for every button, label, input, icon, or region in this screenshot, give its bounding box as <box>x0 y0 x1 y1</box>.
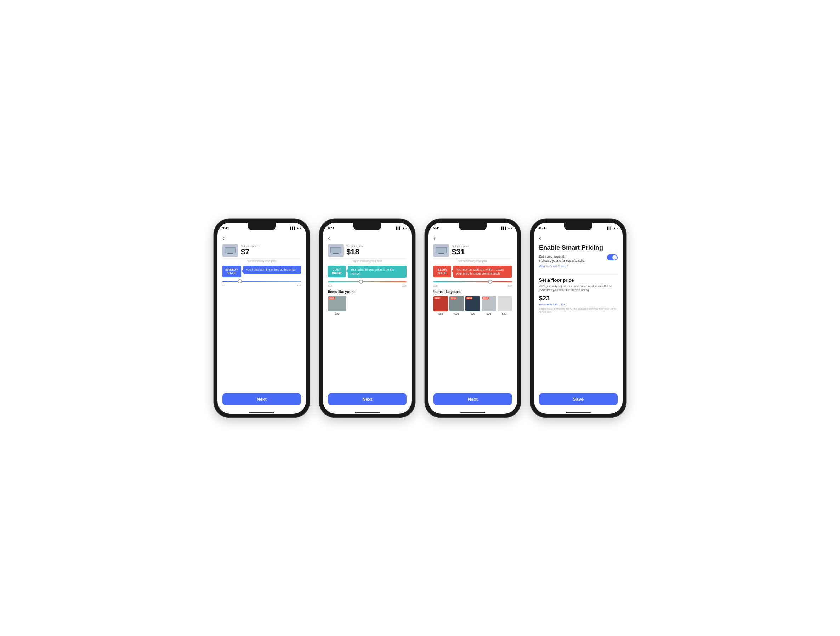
list-item: SOLD $28 <box>465 296 480 315</box>
price-value-3: $31 <box>452 248 512 256</box>
item-image: SOLD <box>328 296 346 312</box>
sold-badge: SOLD <box>466 297 472 299</box>
battery-icon-3: ▪ <box>512 227 512 229</box>
slider-area-2[interactable]: $13 $25 <box>328 281 407 287</box>
back-button-3[interactable]: ‹ <box>433 234 512 242</box>
home-indicator-2 <box>355 412 380 413</box>
phone-3-screen: 9:41 ▌▌▌ ▲ ▪ ‹ <box>428 223 517 414</box>
smart-pricing-link[interactable]: What is Smart Pricing? <box>539 265 617 268</box>
sold-badge: SOLD <box>482 297 489 299</box>
status-time-1: 9:41 <box>223 226 229 230</box>
smart-pricing-toggle[interactable] <box>607 255 617 260</box>
slider-track-2[interactable] <box>328 281 407 282</box>
notch-3 <box>459 223 487 230</box>
wifi-icon-4: ▲ <box>613 227 616 229</box>
signal-icon-1: ▌▌▌ <box>291 227 296 229</box>
tap-manual-2[interactable]: Tap to manually input price <box>328 258 407 262</box>
svg-rect-2 <box>225 248 235 253</box>
next-button-2[interactable]: Next <box>328 393 407 405</box>
list-item: SOLD $35 <box>449 296 464 315</box>
sold-badge: SOLD <box>450 297 456 299</box>
slider-track-3[interactable] <box>433 281 512 282</box>
phone-2-screen: 9:41 ▌▌▌ ▲ ▪ ‹ <box>323 223 412 414</box>
page-title: Enable Smart Pricing <box>539 244 617 252</box>
phones-container: 9:41 ▌▌▌ ▲ ▪ ‹ <box>214 219 626 418</box>
item-image: SOLD <box>482 296 496 312</box>
back-button-4[interactable]: ‹ <box>539 234 617 242</box>
toggle-text-line1: Set it and forget it. <box>539 255 605 259</box>
tap-manual-3[interactable]: Tap to manually input price <box>433 258 512 262</box>
slider-labels-2: $13 $25 <box>328 285 407 287</box>
next-button-3[interactable]: Next <box>433 393 512 405</box>
slider-labels-1: $1 $13 <box>223 284 301 286</box>
item-price: $35 <box>433 312 448 315</box>
screen-content-4: ‹ Enable Smart Pricing Set it and forget… <box>534 233 622 410</box>
status-icons-1: ▌▌▌ ▲ ▪ <box>291 227 301 229</box>
slider-track-1[interactable] <box>223 281 301 282</box>
home-indicator-4 <box>566 412 591 413</box>
item-image: SOLD <box>465 296 480 312</box>
notch-1 <box>248 223 276 230</box>
recommended-label: Recommended : $23 <box>539 303 617 306</box>
home-indicator-3 <box>460 412 485 413</box>
list-item: $3… <box>497 296 512 315</box>
wifi-icon-2: ▲ <box>402 227 405 229</box>
floor-price-note: Selling fee and shipping fee will be ded… <box>539 307 617 313</box>
next-button-1[interactable]: Next <box>223 393 301 405</box>
save-button-4[interactable]: Save <box>539 393 617 405</box>
toggle-text-line2: Increase your chances of a sale. <box>539 259 605 263</box>
svg-rect-1 <box>227 253 233 254</box>
slider-thumb-2[interactable] <box>359 280 363 284</box>
items-title-3: Items like yours <box>433 290 512 294</box>
back-button-2[interactable]: ‹ <box>328 234 407 242</box>
signal-icon-4: ▌▌▌ <box>607 227 612 229</box>
slider-labels-3: $25 $37 <box>433 285 512 287</box>
list-item: SOLD $30 <box>482 296 496 315</box>
slider-area-3[interactable]: $25 $37 <box>433 281 512 287</box>
item-price: $35 <box>449 312 464 315</box>
phone-4-screen: 9:41 ▌▌▌ ▲ ▪ ‹ Enable Smart Pricing Set … <box>534 223 622 414</box>
slider-thumb-1[interactable] <box>238 279 242 283</box>
back-button-1[interactable]: ‹ <box>223 234 301 242</box>
status-bar-4: 9:41 ▌▌▌ ▲ ▪ <box>534 223 622 233</box>
item-price: $28 <box>465 312 480 315</box>
price-header-2: Set your price $18 <box>328 244 407 257</box>
phone-4: 9:41 ▌▌▌ ▲ ▪ ‹ Enable Smart Pricing Set … <box>531 219 626 418</box>
status-icons-3: ▌▌▌ ▲ ▪ <box>501 227 512 229</box>
phone-1: 9:41 ▌▌▌ ▲ ▪ ‹ <box>214 219 309 418</box>
items-grid-2: SOLD $20 <box>328 296 407 315</box>
status-bar-1: 9:41 ▌▌▌ ▲ ▪ <box>218 223 306 233</box>
toggle-description: Set it and forget it. Increase your chan… <box>539 255 605 263</box>
price-header-3: Set your price $31 <box>433 244 512 257</box>
sale-row-3: SLOW SALE You may be waiting a while... … <box>433 266 512 278</box>
product-thumbnail-1 <box>223 244 238 257</box>
slider-area-1[interactable]: $1 $13 <box>223 281 301 286</box>
phone-1-screen: 9:41 ▌▌▌ ▲ ▪ ‹ <box>218 223 306 414</box>
status-icons-4: ▌▌▌ ▲ ▪ <box>607 227 617 229</box>
price-label-1: Set your price <box>241 244 301 248</box>
price-info-3: Set your price $31 <box>452 244 512 256</box>
svg-rect-5 <box>331 248 341 253</box>
status-time-4: 9:41 <box>539 226 545 230</box>
phone-2: 9:41 ▌▌▌ ▲ ▪ ‹ <box>319 219 415 418</box>
tap-manual-1[interactable]: Tap to manually input price <box>223 258 301 262</box>
svg-rect-4 <box>333 253 339 254</box>
price-info-1: Set your price $7 <box>241 244 301 256</box>
screen-content-1: ‹ Set your price $7 Tap to manually <box>218 233 306 410</box>
list-item: SOLD $20 <box>328 296 346 315</box>
wifi-icon-3: ▲ <box>508 227 510 229</box>
signal-icon-3: ▌▌▌ <box>501 227 507 229</box>
items-grid-3: SOLD $35 SOLD $35 <box>433 296 512 315</box>
battery-icon-1: ▪ <box>300 227 301 229</box>
svg-rect-7 <box>438 253 444 254</box>
slider-thumb-3[interactable] <box>488 280 492 284</box>
wifi-icon-1: ▲ <box>297 227 299 229</box>
sold-badge: SOLD <box>434 297 441 299</box>
status-bar-3: 9:41 ▌▌▌ ▲ ▪ <box>428 223 517 233</box>
item-price: $20 <box>328 312 346 315</box>
status-bar-2: 9:41 ▌▌▌ ▲ ▪ <box>323 223 412 233</box>
battery-icon-4: ▪ <box>617 227 617 229</box>
divider-1 <box>539 274 617 275</box>
phone-3: 9:41 ▌▌▌ ▲ ▪ ‹ <box>425 219 521 418</box>
price-info-2: Set your price $18 <box>346 244 407 256</box>
